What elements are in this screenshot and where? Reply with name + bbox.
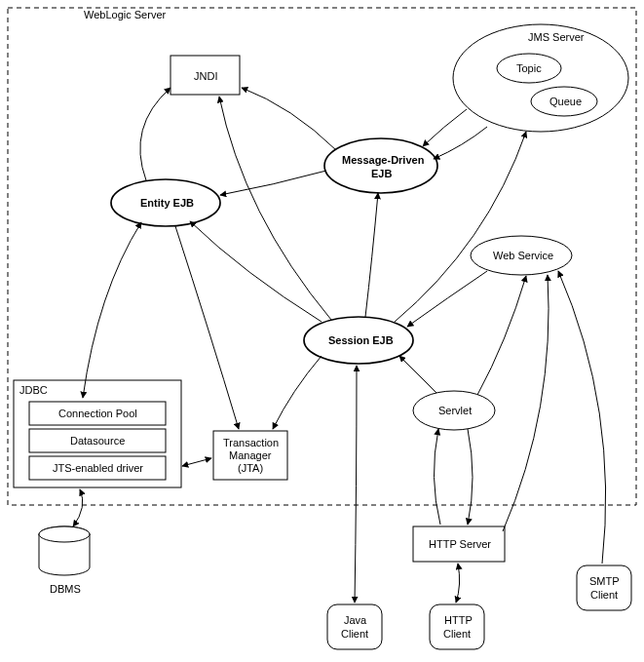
java-client-label-1: Java: [344, 614, 367, 626]
edge-mdejb-entity: [220, 171, 326, 195]
jndi-label: JNDI: [194, 70, 217, 82]
edge-javaclient-session: [355, 366, 357, 603]
smtp-client-label-2: Client: [590, 589, 618, 601]
message-driven-ejb-label-1: Message-Driven: [342, 154, 425, 166]
jms-server-label: JMS Server: [528, 31, 585, 43]
edge-jms-mdejb-2: [434, 127, 487, 159]
svg-point-1: [39, 526, 90, 542]
edge-session-txn: [273, 356, 322, 429]
edge-servlet-session: [399, 356, 436, 393]
message-driven-ejb-node: [324, 138, 437, 193]
edge-httpserver-servlet-2: [468, 429, 473, 525]
edge-httpclient-httpserver: [456, 564, 460, 603]
jdbc-item-2-label: JTS-enabled driver: [53, 462, 143, 474]
jdbc-label: JDBC: [19, 384, 48, 396]
servlet-label: Servlet: [438, 405, 472, 416]
jms-queue-label: Queue: [549, 96, 582, 107]
edge-session-mdejb: [365, 193, 378, 317]
smtp-client-node: [577, 565, 631, 610]
jdbc-item-1-label: Datasource: [70, 435, 125, 447]
edge-smtp-webservice: [558, 271, 606, 564]
message-driven-ejb-label-2: EJB: [371, 168, 392, 179]
transaction-manager-label-1: Transaction: [223, 437, 279, 448]
transaction-manager-label-2: Manager: [229, 449, 272, 461]
edge-httpserver-webservice: [503, 275, 549, 531]
edge-jdbc-dbms: [73, 489, 83, 526]
edge-jms-mdejb-1: [423, 109, 467, 146]
edge-mdejb-jndi: [242, 88, 336, 150]
dbms-node: [39, 526, 90, 575]
entity-ejb-label: Entity EJB: [140, 197, 194, 209]
jms-topic-label: Topic: [516, 62, 542, 74]
edge-jdbc-txn: [182, 458, 211, 466]
dbms-label: DBMS: [50, 583, 81, 595]
edge-session-jndi: [219, 97, 331, 320]
java-client-label-2: Client: [341, 628, 368, 640]
edge-entity-jdbc: [83, 222, 141, 398]
java-client-node: [327, 604, 382, 649]
smtp-client-label-1: SMTP: [589, 575, 620, 587]
weblogic-container-label: WebLogic Server: [84, 9, 167, 20]
web-service-label: Web Service: [493, 250, 553, 261]
http-server-label: HTTP Server: [429, 538, 491, 550]
edge-session-entity: [190, 221, 322, 322]
http-client-node: [430, 604, 484, 649]
session-ejb-label: Session EJB: [328, 334, 394, 346]
edge-servlet-webservice: [477, 276, 526, 395]
edge-entity-jndi: [140, 88, 170, 180]
jdbc-item-0-label: Connection Pool: [58, 408, 137, 419]
transaction-manager-label-3: (JTA): [238, 462, 263, 474]
http-client-label-2: Client: [443, 628, 471, 640]
edge-httpserver-servlet-1: [434, 429, 440, 525]
http-client-label-1: HTTP: [444, 614, 473, 626]
